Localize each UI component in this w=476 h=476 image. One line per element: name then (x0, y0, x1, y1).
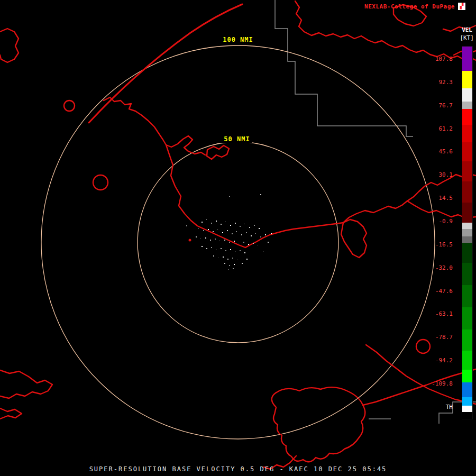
velocity-echo-pixel (234, 264, 235, 265)
velocity-echo-pixel (211, 247, 212, 248)
coastline-arc (89, 4, 242, 123)
product-caption: SUPER-RESOLUTION BASE VELOCITY 0.5 DEG -… (0, 465, 476, 473)
colorbar-title: VEL (462, 26, 472, 33)
coastline-outlines (0, 1, 476, 469)
velocity-echo-pixel (219, 241, 220, 241)
velocity-echo-pixel (236, 231, 237, 232)
velocity-echo-pixel (224, 263, 225, 264)
velocity-echo-pixel (246, 259, 248, 260)
colorbar-segment (462, 142, 472, 161)
velocity-echo-pixel (203, 230, 204, 231)
colorbar-segment (462, 236, 472, 243)
velocity-echo-pixel (208, 229, 209, 230)
velocity-echo-pixel (206, 219, 207, 220)
velocity-echo-pixel (239, 243, 239, 243)
velocity-echo-pixel (213, 231, 214, 232)
velocity-echo-pixel (242, 263, 243, 264)
velocity-echo-pixel (240, 250, 241, 251)
velocity-echo-pixel (232, 258, 233, 259)
ring-label-100nmi: 100 NMI (221, 36, 255, 43)
colorbar-segment (462, 243, 472, 263)
velocity-echo-pixel (205, 237, 206, 239)
colorbar-segment (462, 47, 472, 71)
velocity-echo-pixel (244, 224, 245, 224)
velocity-echo-pixel (243, 242, 244, 243)
brand-text: NEXLAB-College of DuPage (364, 3, 455, 10)
colorbar-segment (462, 412, 472, 419)
velocity-echo-pixel (260, 194, 261, 195)
velocity-echo-pixel (211, 223, 212, 224)
velocity-echo-pixel (213, 255, 214, 257)
velocity-echo-pixel (255, 233, 256, 234)
ring-label-50nmi: 50 NMI (222, 135, 252, 143)
velocity-echo-pixel (268, 242, 269, 243)
velocity-echo-pixel (227, 230, 228, 231)
velocity-echo-pixel (216, 221, 217, 222)
velocity-echo-pixel (215, 239, 216, 240)
velocity-echo-pixel (244, 252, 245, 253)
velocity-echo-pixel (210, 240, 211, 241)
velocity-echo-pixel (237, 260, 237, 260)
velocity-echo-pixel (229, 265, 230, 266)
velocity-echo-pixel (249, 227, 250, 228)
velocity-echo-pixel (186, 225, 187, 226)
colorbar-segment (462, 382, 472, 397)
colorbar-units: [KT] (460, 34, 474, 41)
velocity-echo-pixel (198, 228, 199, 228)
colorbar-segment (462, 223, 472, 229)
velocity-echo-pixel (232, 233, 233, 234)
velocity-echo-pixel (202, 222, 203, 223)
velocity-echo-pixel (225, 250, 226, 251)
velocity-echo-pixel (263, 251, 263, 252)
velocity-echoes (186, 194, 272, 270)
radar-display: NEXLAB-College of DuPage ▞ VEL [KT] 107.… (0, 0, 476, 476)
colorbar-segment (462, 229, 472, 236)
brand-logo-icon: ▞ (458, 3, 465, 10)
velocity-echo-pixel (202, 246, 203, 247)
colorbar-segment (462, 406, 472, 412)
velocity-echo-pixel (251, 235, 252, 236)
velocity-echo-pixel (235, 251, 235, 252)
velocity-echo-pixel (246, 232, 247, 233)
velocity-echo-pixel (225, 222, 226, 222)
velocity-echo-pixel (228, 269, 228, 270)
velocity-echo-pixel (260, 236, 261, 237)
velocity-echo-pixel (206, 248, 207, 249)
colorbar-track (462, 47, 472, 419)
radar-map (0, 0, 476, 476)
colorbar-segment (462, 370, 472, 382)
velocity-echo-pixel (234, 241, 235, 242)
colorbar-segment (462, 125, 472, 142)
colorbar-segment (462, 307, 472, 329)
velocity-echo-pixel (216, 249, 216, 250)
range-ring-100nmi (41, 45, 435, 439)
velocity-echo-pixel (248, 244, 249, 245)
velocity-echo-pixel (258, 245, 258, 245)
velocity-echo-pixel (230, 249, 231, 250)
velocity-echo-pixel (235, 223, 236, 224)
colorbar-segment (462, 285, 472, 307)
velocity-echo-pixel (254, 225, 255, 226)
colorbar-segment (462, 329, 472, 351)
velocity-echo-pixel (241, 234, 242, 235)
velocity-echo-pixel (265, 234, 266, 235)
colorbar-segment (462, 161, 472, 181)
velocity-echo-pixel (221, 248, 222, 249)
range-rings (41, 45, 435, 439)
colorbar-segment (462, 102, 472, 109)
velocity-echo-pixel (230, 225, 231, 226)
velocity-echo-pixel (222, 232, 223, 233)
velocity-echo-pixel (253, 243, 254, 244)
colorbar-segment (462, 351, 472, 370)
velocity-echo-pixel (271, 233, 272, 234)
velocity-echo-pixel (224, 240, 225, 241)
colorbar-segment (462, 203, 472, 223)
colorbar-segment (462, 109, 472, 125)
range-ring-50nmi (138, 142, 338, 343)
velocity-echo-pixel (221, 224, 222, 225)
velocity-echo-pixel (259, 228, 260, 229)
velocity-echo-pixel (229, 196, 230, 197)
colorbar-segment (462, 397, 472, 406)
velocity-echo-pixel (233, 268, 234, 269)
velocity-echo-pixel (240, 226, 241, 227)
